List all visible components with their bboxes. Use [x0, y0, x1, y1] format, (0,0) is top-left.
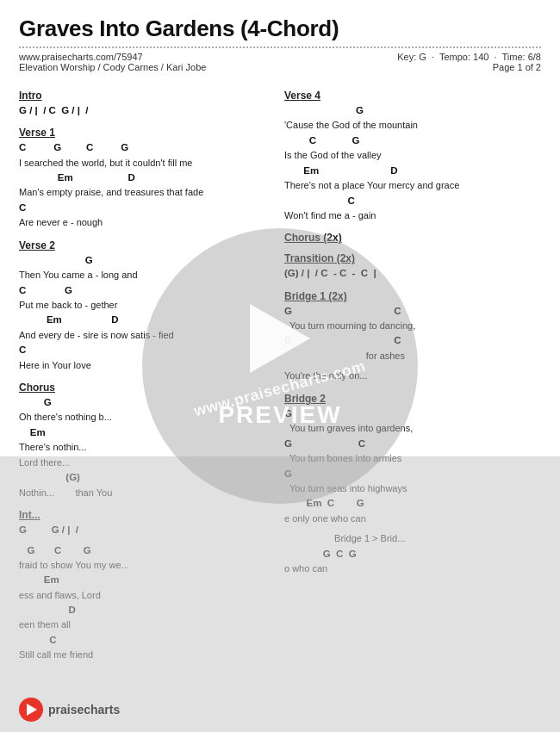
chord-line: G [19, 253, 269, 268]
meta-row: www.praisecharts.com/75947 Elevation Wor… [19, 52, 541, 72]
section-verse1: Verse 1 C G C G I searched the world, bu… [19, 127, 269, 231]
section-title-verse4: Verse 4 [284, 90, 541, 102]
time: Time: 6/8 [502, 52, 541, 62]
section-title-intro: Intro [19, 90, 269, 102]
lyric-line: I searched the world, but it couldn't fi… [19, 156, 269, 171]
page-title: Graves Into Gardens (4-Chord) [19, 16, 541, 42]
section-title-transition-2x: Transition (2x) [284, 252, 541, 264]
chord-line: Em [19, 425, 269, 440]
url: www.praisecharts.com/75947 [19, 52, 206, 62]
divider [19, 47, 541, 48]
lyric-line: You turn graves into gardens, [284, 421, 541, 437]
footer-play-button[interactable] [19, 698, 43, 722]
section-verse4: Verse 4 G 'Cause the God of the mountain… [284, 90, 541, 223]
section-title-bridge1-2x: Bridge 1 (2x) [284, 290, 541, 302]
section-title-bridge2: Bridge 2 [284, 393, 541, 405]
key: Key: G [397, 52, 426, 62]
chord-line: Em D [19, 171, 269, 185]
section-title-chorus-2x: Chorus (2x) [284, 232, 541, 244]
section-chorus-2x: Chorus (2x) [284, 232, 541, 244]
chord-line: G / | / C G / | / [19, 103, 269, 118]
section-title-verse2: Verse 2 [19, 239, 269, 251]
lyric-line: Is the God of the valley [284, 148, 541, 164]
section-title-chorus: Chorus [19, 382, 269, 394]
key-tempo-time: Key: G · Tempo: 140 · Time: 6/8 [397, 52, 541, 62]
lyric-line: Then You came a - long and [19, 268, 269, 283]
chord-line: (G) / | / C - C - C | [284, 266, 541, 281]
lyric-line: There's nothin... [19, 440, 269, 456]
section-transition-2x: Transition (2x) (G) / | / C - C - C | [284, 252, 541, 281]
meta-left: www.praisecharts.com/75947 Elevation Wor… [19, 52, 206, 72]
lyric-line: You turn mourning to dancing, [284, 319, 541, 334]
chord-line: G C [284, 437, 541, 451]
lyric-line: There's not a place Your mercy and grace [284, 178, 541, 194]
footer-play-icon [27, 704, 37, 716]
lyric-line: Are never e - nough [19, 215, 269, 231]
footer-logo: praisecharts [19, 698, 120, 722]
chord-line: C [19, 343, 269, 357]
gray-overlay [0, 456, 560, 732]
lyric-line: Put me back to - gether [19, 298, 269, 313]
chord-line: Em D [19, 313, 269, 327]
chord-line: G [284, 406, 541, 421]
chord-line: C [284, 194, 541, 208]
chord-line: G C [284, 333, 541, 348]
lyric-line: You're the only on... [284, 369, 541, 384]
chord-line: C G C G [19, 140, 269, 155]
chord-line: Em D [284, 164, 541, 178]
lyric-line: 'Cause the God of the mountain [284, 118, 541, 133]
section-verse2: Verse 2 G Then You came a - long and C G… [19, 239, 269, 373]
footer-brand-name: praisecharts [48, 703, 120, 716]
tempo: Tempo: 140 [439, 52, 488, 62]
footer: praisecharts [19, 698, 541, 722]
section-intro: Intro G / | / C G / | / [19, 90, 269, 118]
section-bridge1-2x: Bridge 1 (2x) G C You turn mourning to d… [284, 290, 541, 364]
chord-line: C [19, 201, 269, 215]
section-only-one: You're the only on... [284, 369, 541, 384]
lyric-line: And every de - sire is now satis - fied [19, 328, 269, 344]
lyric-line: for ashes [284, 349, 541, 364]
section-title-verse1: Verse 1 [19, 127, 269, 139]
meta-right: Key: G · Tempo: 140 · Time: 6/8 Page 1 o… [397, 52, 541, 72]
lyric-line: Won't find me a - gain [284, 208, 541, 224]
page: Graves Into Gardens (4-Chord) www.praise… [0, 0, 560, 732]
page-number: Page 1 of 2 [397, 62, 541, 72]
authors: Elevation Worship / Cody Carnes / Kari J… [19, 62, 206, 72]
chord-line: C G [284, 133, 541, 148]
chord-line: G [284, 103, 541, 118]
chord-line: G [19, 395, 269, 410]
chord-line: G C [284, 304, 541, 319]
lyric-line: Man's empty praise, and treasures that f… [19, 185, 269, 201]
lyric-line: Here in Your love [19, 358, 269, 374]
lyric-line: Oh there's nothing b... [19, 410, 269, 425]
chord-line: C G [19, 283, 269, 298]
